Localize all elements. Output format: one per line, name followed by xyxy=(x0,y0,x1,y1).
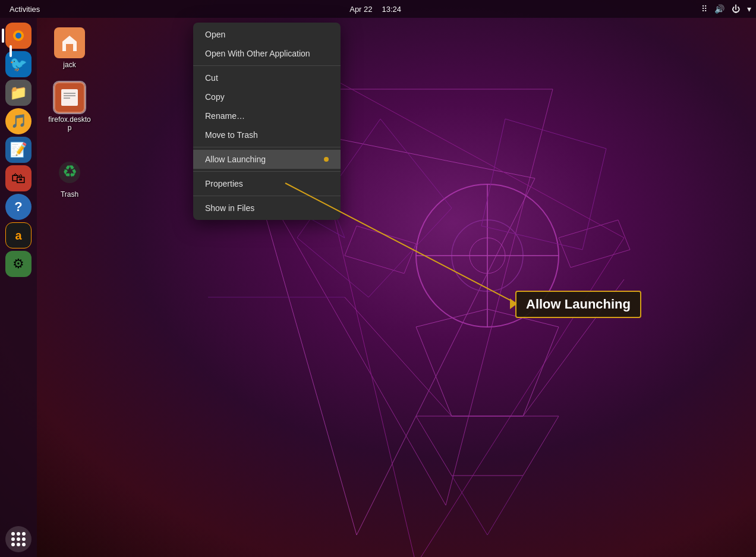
menu-separator-1 xyxy=(193,65,341,66)
desktop-icon-trash[interactable]: ♻ Trash xyxy=(43,153,96,202)
svg-marker-8 xyxy=(345,226,416,273)
desktop-icons-area: jack firefox.desktop xyxy=(43,24,96,202)
svg-line-17 xyxy=(452,476,487,535)
callout-label: Allow Launching xyxy=(526,297,631,311)
allow-launching-dot xyxy=(324,157,329,162)
volume-icon[interactable]: 🔊 xyxy=(714,4,724,14)
dock-item-files[interactable]: 📁 xyxy=(5,80,32,106)
svg-point-24 xyxy=(15,33,21,39)
menu-separator-2 xyxy=(193,147,341,147)
menu-item-rename[interactable]: Rename… xyxy=(193,106,341,125)
topbar-time: 13:24 xyxy=(382,5,402,14)
firefox-desktop-icon-image xyxy=(54,82,85,113)
dock-item-amazon[interactable]: a xyxy=(5,222,32,248)
desktop-icon-jack[interactable]: jack xyxy=(43,24,96,73)
svg-rect-28 xyxy=(61,89,78,106)
network-icon[interactable]: ⠿ xyxy=(701,4,707,14)
topbar-date: Apr 22 xyxy=(349,5,372,14)
desktop-art xyxy=(0,0,756,557)
firefox-desktop-icon-label: firefox.desktop xyxy=(46,115,93,132)
svg-text:♻: ♻ xyxy=(62,162,77,181)
context-menu: Open Open With Other Application Cut Cop… xyxy=(193,23,341,220)
dock-item-firefox[interactable] xyxy=(5,23,32,49)
svg-line-18 xyxy=(487,476,523,535)
trash-icon-image: ♻ xyxy=(54,157,85,188)
system-menu-icon[interactable]: ▾ xyxy=(747,4,751,14)
dock-all-apps-button[interactable] xyxy=(5,526,32,552)
topbar-center: Apr 22 13:24 xyxy=(49,5,701,14)
menu-item-copy[interactable]: Copy xyxy=(193,87,341,106)
menu-item-show-in-files[interactable]: Show in Files xyxy=(193,199,341,218)
menu-separator-4 xyxy=(193,196,341,196)
menu-item-open-with[interactable]: Open With Other Application xyxy=(193,44,341,63)
allow-launching-label: Allow Launching xyxy=(205,155,266,164)
menu-item-open[interactable]: Open xyxy=(193,25,341,44)
menu-item-cut[interactable]: Cut xyxy=(193,68,341,87)
menu-item-allow-launching[interactable]: Allow Launching xyxy=(193,150,341,169)
dock-item-libreoffice[interactable]: 📝 xyxy=(5,137,32,163)
dock-item-help[interactable]: ? xyxy=(5,194,32,220)
callout-tooltip: Allow Launching xyxy=(515,291,641,318)
topbar-right: ⠿ 🔊 ⏻ ▾ xyxy=(701,4,756,14)
menu-separator-3 xyxy=(193,171,341,172)
active-indicator xyxy=(10,45,12,57)
menu-item-properties[interactable]: Properties xyxy=(193,174,341,193)
svg-marker-9 xyxy=(559,220,630,268)
trash-icon-label: Trash xyxy=(61,190,78,199)
jack-icon-label: jack xyxy=(63,61,75,69)
power-icon[interactable]: ⏻ xyxy=(732,4,740,14)
dock-item-software[interactable]: 🛍 xyxy=(5,165,32,191)
svg-marker-13 xyxy=(481,119,606,250)
desktop-icon-firefox-desktop[interactable]: firefox.desktop xyxy=(43,78,96,136)
svg-rect-26 xyxy=(66,44,73,51)
jack-icon-image xyxy=(54,27,85,58)
svg-marker-16 xyxy=(416,416,559,476)
dock: 🐦 📁 🎵 📝 🛍 ? a ⚙ xyxy=(0,18,37,557)
topbar: Activities Apr 22 13:24 ⠿ 🔊 ⏻ ▾ xyxy=(0,0,756,18)
desktop: Activities Apr 22 13:24 ⠿ 🔊 ⏻ ▾ 🐦 📁 xyxy=(0,0,756,557)
activities-button[interactable]: Activities xyxy=(0,0,49,18)
all-apps-icon xyxy=(11,532,26,546)
dock-item-tweaks[interactable]: ⚙ xyxy=(5,251,32,277)
dock-item-rhythmbox[interactable]: 🎵 xyxy=(5,108,32,134)
menu-item-move-to-trash[interactable]: Move to Trash xyxy=(193,125,341,144)
